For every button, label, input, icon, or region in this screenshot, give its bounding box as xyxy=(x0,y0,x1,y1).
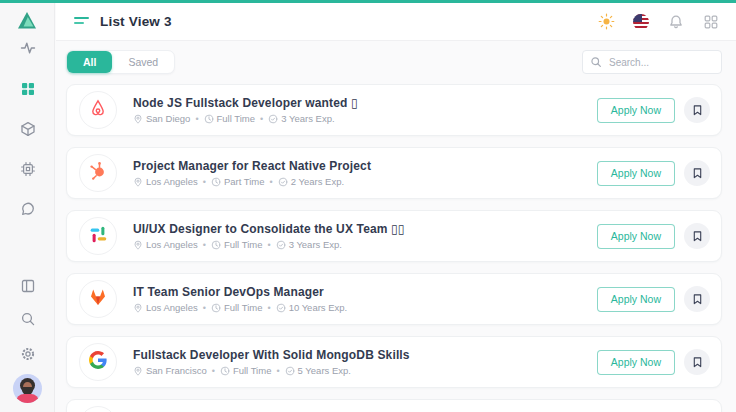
job-card: IT Team Senior DevOps Manager Los Angele… xyxy=(66,273,722,325)
layout-panel-icon xyxy=(20,278,36,294)
brand-logo[interactable] xyxy=(15,9,39,33)
job-meta: Los Angeles • Full Time • xyxy=(133,302,347,313)
job-title[interactable]: IT Team Senior DevOps Manager xyxy=(133,285,347,299)
job-list: Node JS Fullstack Developer wanted ▯ San… xyxy=(66,84,722,412)
tab-saved[interactable]: Saved xyxy=(112,51,174,73)
job-type: Full Time xyxy=(220,365,272,376)
company-logo xyxy=(79,154,117,192)
sidebar-item-settings[interactable] xyxy=(0,342,55,366)
header-actions xyxy=(597,13,720,31)
google-logo-icon xyxy=(88,350,108,374)
job-type: Full Time xyxy=(204,113,256,124)
job-text: Fullstack Developer With Solid MongoDB S… xyxy=(133,348,410,376)
sidebar-item-layout[interactable] xyxy=(0,274,55,298)
job-text: UI/UX Designer to Consolidate the UX Tea… xyxy=(133,222,405,250)
us-flag-icon xyxy=(633,14,649,30)
apps-grid-icon xyxy=(20,81,36,97)
company-logo xyxy=(79,280,117,318)
apply-now-button[interactable]: Apply Now xyxy=(597,224,675,249)
job-actions: Apply Now xyxy=(597,97,710,123)
apply-now-button[interactable]: Apply Now xyxy=(597,350,675,375)
job-title[interactable]: Fullstack Developer With Solid MongoDB S… xyxy=(133,348,410,362)
apply-now-button[interactable]: Apply Now xyxy=(597,98,675,123)
tab-all[interactable]: All xyxy=(67,51,112,73)
sidebar-item-activity[interactable] xyxy=(0,36,55,60)
job-title[interactable]: Node JS Fullstack Developer wanted ▯ xyxy=(133,96,358,110)
job-location: Los Angeles xyxy=(133,176,198,187)
theme-toggle-button[interactable] xyxy=(597,13,615,31)
bookmark-icon xyxy=(692,293,703,305)
job-meta: San Diego • Full Time • xyxy=(133,113,358,124)
map-pin-icon xyxy=(133,366,143,376)
language-selector-button[interactable] xyxy=(632,13,650,31)
sidebar-item-chat[interactable] xyxy=(0,197,55,221)
search-input[interactable] xyxy=(607,56,714,69)
job-experience: 3 Years Exp. xyxy=(268,113,334,124)
job-card: Node JS Fullstack Developer wanted ▯ San… xyxy=(66,84,722,136)
menu-toggle-button[interactable] xyxy=(74,16,89,27)
map-pin-icon xyxy=(133,303,143,313)
clock-icon xyxy=(204,114,214,124)
job-actions: Apply Now xyxy=(597,349,710,375)
sun-icon xyxy=(598,13,615,30)
search-icon xyxy=(20,311,36,327)
user-avatar[interactable] xyxy=(13,374,42,403)
job-card: Apply Now xyxy=(66,399,722,412)
slack-logo-icon xyxy=(89,225,108,248)
search-box xyxy=(582,50,722,74)
notifications-button[interactable] xyxy=(667,13,685,31)
sidebar-item-cube[interactable] xyxy=(0,117,55,141)
job-location: Los Angeles xyxy=(133,302,198,313)
company-logo xyxy=(79,406,117,412)
bookmark-button[interactable] xyxy=(684,223,710,249)
job-card: Project Manager for React Native Project… xyxy=(66,147,722,199)
job-experience: 10 Years Exp. xyxy=(276,302,348,313)
bookmark-button[interactable] xyxy=(684,160,710,186)
job-meta: Los Angeles • Full Time • xyxy=(133,239,405,250)
bookmark-button[interactable] xyxy=(684,349,710,375)
list-toolbar: All Saved xyxy=(66,48,722,76)
gitlab-logo-icon xyxy=(88,287,108,311)
sidebar-item-cpu[interactable] xyxy=(0,157,55,181)
grid-icon xyxy=(703,14,719,30)
sidebar xyxy=(0,3,55,412)
clock-check-icon xyxy=(276,240,286,250)
app-window: List View 3 xyxy=(0,0,736,412)
bookmark-icon xyxy=(692,230,703,242)
clock-icon xyxy=(220,366,230,376)
job-meta: San Francisco • Full Time • xyxy=(133,365,410,376)
company-logo xyxy=(79,217,117,255)
sidebar-item-apps-grid[interactable] xyxy=(0,77,55,101)
job-text: Project Manager for React Native Project… xyxy=(133,159,371,187)
filter-tabs: All Saved xyxy=(66,50,175,74)
job-title[interactable]: Project Manager for React Native Project xyxy=(133,159,371,173)
job-type: Part Time xyxy=(211,176,265,187)
job-location: San Diego xyxy=(133,113,190,124)
job-title[interactable]: UI/UX Designer to Consolidate the UX Tea… xyxy=(133,222,405,236)
job-type: Full Time xyxy=(211,239,263,250)
job-experience: 5 Years Exp. xyxy=(285,365,351,376)
map-pin-icon xyxy=(133,240,143,250)
sidebar-item-search[interactable] xyxy=(0,307,55,331)
job-card: UI/UX Designer to Consolidate the UX Tea… xyxy=(66,210,722,262)
clock-icon xyxy=(211,240,221,250)
bookmark-icon xyxy=(692,104,703,116)
apply-now-button[interactable]: Apply Now xyxy=(597,161,675,186)
clock-check-icon xyxy=(268,114,278,124)
job-location: San Francisco xyxy=(133,365,207,376)
activity-icon xyxy=(20,40,36,56)
triangle-logo-icon xyxy=(15,9,39,33)
airbnb-logo-icon xyxy=(88,98,108,122)
page-title: List View 3 xyxy=(100,14,172,29)
job-card: Fullstack Developer With Solid MongoDB S… xyxy=(66,336,722,388)
apply-now-button[interactable]: Apply Now xyxy=(597,287,675,312)
apps-menu-button[interactable] xyxy=(702,13,720,31)
job-experience: 2 Years Exp. xyxy=(278,176,344,187)
clock-check-icon xyxy=(276,303,286,313)
job-text: Node JS Fullstack Developer wanted ▯ San… xyxy=(133,96,358,124)
bookmark-button[interactable] xyxy=(684,97,710,123)
bookmark-button[interactable] xyxy=(684,286,710,312)
company-logo xyxy=(79,343,117,381)
bookmark-icon xyxy=(692,167,703,179)
job-experience: 3 Years Exp. xyxy=(276,239,342,250)
